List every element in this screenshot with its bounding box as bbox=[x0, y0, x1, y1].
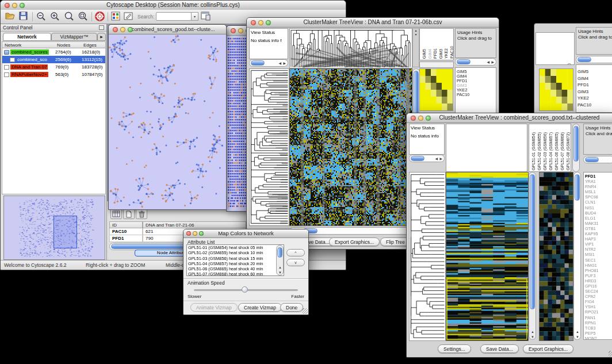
network-table-row[interactable]: DNA and Tran 07769(0)183728(0) bbox=[2, 63, 105, 71]
delete-attribute-button[interactable] bbox=[136, 209, 147, 219]
scrollbar-thumb[interactable] bbox=[575, 174, 580, 201]
gene-label[interactable]: CPA2 bbox=[584, 294, 612, 299]
gene-label[interactable]: PAN1 bbox=[584, 315, 612, 320]
gene-label[interactable]: YSH1 bbox=[584, 304, 612, 309]
scroll-up-icon[interactable]: ▲ bbox=[413, 29, 419, 33]
export-graphics-button[interactable]: Export Graphics... bbox=[329, 237, 380, 246]
create-attribute-button[interactable] bbox=[123, 209, 135, 219]
attribute-item[interactable]: GPL51-02 (GSM855) heat shock 10 min bbox=[187, 250, 284, 255]
attribute-item[interactable]: GPL51-06 (GSM865) heat shock 40 min bbox=[187, 266, 284, 271]
gene-label[interactable]: PUF3 bbox=[584, 273, 612, 278]
network-overview-button[interactable] bbox=[201, 12, 212, 22]
h-scrollbar[interactable]: ◀ ▶ bbox=[455, 58, 496, 66]
dendrogram-scale-strip[interactable]: ▲ ▼ bbox=[412, 28, 419, 67]
search-input[interactable] bbox=[156, 12, 192, 21]
network-window-titlebar[interactable]: combined_scores_good.txt--cluste... bbox=[109, 25, 226, 35]
gene-label[interactable]: MSI1 bbox=[584, 252, 612, 257]
zoom-button[interactable] bbox=[128, 27, 133, 32]
scroll-right-icon[interactable]: ▶ bbox=[283, 61, 286, 66]
gene-label[interactable]: HRD3 bbox=[584, 278, 612, 283]
v-scrollbar[interactable]: ▲ ▼ bbox=[529, 172, 536, 340]
gene-label[interactable]: RPN1 bbox=[584, 320, 612, 325]
close-button[interactable] bbox=[231, 28, 236, 33]
scroll-up-icon[interactable]: ▲ bbox=[576, 330, 579, 334]
network-table-row[interactable]: combined_scores2764(0)16218(0) bbox=[2, 48, 105, 56]
search-dropdown-button[interactable]: ▾ bbox=[191, 12, 198, 21]
minimize-button[interactable] bbox=[258, 20, 263, 25]
gene-label[interactable]: GIM3 bbox=[576, 89, 612, 95]
scroll-down-icon[interactable]: ▼ bbox=[531, 335, 534, 339]
gene-label[interactable]: VIP1 bbox=[584, 242, 612, 247]
h-scrollbar[interactable]: ◀ ▶ bbox=[249, 59, 288, 67]
scrollbar-thumb[interactable] bbox=[457, 59, 471, 64]
gene-label[interactable]: GTB1 bbox=[584, 226, 612, 231]
scroll-left-icon[interactable]: ◀ bbox=[278, 61, 281, 66]
expression-heatmap[interactable] bbox=[289, 68, 412, 226]
gene-label[interactable]: FIG4 bbox=[584, 299, 612, 304]
data-cell[interactable]: PFD1 bbox=[109, 235, 143, 242]
slider-thumb[interactable] bbox=[242, 286, 248, 293]
gene-label[interactable]: TCB3 bbox=[584, 325, 612, 331]
gene-label[interactable]: HAP3 bbox=[584, 236, 612, 242]
zoom-button[interactable] bbox=[426, 116, 431, 121]
network-table-row[interactable]: RNAPuberNov2+563(0)107847(0) bbox=[2, 71, 105, 78]
zoom-button[interactable] bbox=[266, 20, 271, 25]
scroll-up-icon[interactable]: ▲ bbox=[531, 330, 534, 334]
zoom-heatmap[interactable] bbox=[539, 172, 573, 341]
global-heatmap[interactable] bbox=[419, 68, 453, 111]
attribute-item[interactable]: GPL51-01 (GSM854) heat shock 05 min bbox=[187, 245, 284, 250]
scrollbar-thumb[interactable] bbox=[577, 57, 591, 62]
attribute-item[interactable]: GPL51-04 (GSM857) heat shock 20 min bbox=[187, 261, 284, 266]
gene-label[interactable]: MSL1 bbox=[584, 189, 612, 194]
global-heatmap[interactable] bbox=[539, 68, 573, 111]
scrollbar-thumb[interactable] bbox=[573, 126, 579, 162]
data-column-attr[interactable]: DNA and Tran 07-21-06 bbox=[143, 221, 246, 228]
network-table-row[interactable]: combined_sco2569(6)13112(15) bbox=[2, 56, 105, 63]
tab-network[interactable]: Network bbox=[3, 33, 51, 41]
settings-button[interactable]: Settings... bbox=[438, 344, 471, 353]
treeview1-titlebar[interactable]: ClusterMaker TreeView : DNA and Tran 07-… bbox=[247, 18, 499, 28]
annotation-button[interactable] bbox=[124, 12, 135, 22]
help-button[interactable] bbox=[95, 12, 106, 22]
array-labels-scroll-track[interactable] bbox=[419, 62, 454, 68]
network-canvas[interactable] bbox=[109, 35, 225, 209]
gene-label[interactable]: KAP95 bbox=[584, 231, 612, 236]
gene-label[interactable]: BUD4 bbox=[584, 210, 612, 216]
create-vizmap-button[interactable]: Create Vizmap bbox=[238, 303, 282, 312]
scroll-right-icon[interactable]: ▶ bbox=[491, 60, 494, 64]
v-scrollbar[interactable]: ▲ ▼ bbox=[276, 245, 284, 275]
scroll-down-icon[interactable]: ▼ bbox=[413, 33, 419, 37]
minimize-button[interactable] bbox=[193, 231, 197, 236]
minimize-button[interactable] bbox=[12, 3, 17, 8]
scroll-down-icon[interactable]: ▼ bbox=[278, 271, 282, 274]
minimize-button[interactable] bbox=[418, 116, 423, 121]
gene-label[interactable]: PFD1 bbox=[584, 174, 612, 179]
h-scrollbar[interactable]: ◀ ▶ bbox=[409, 155, 445, 162]
open-session-button[interactable] bbox=[5, 12, 17, 22]
gene-label[interactable]: MAK31 bbox=[584, 221, 612, 226]
gene-label[interactable]: PHO81 bbox=[584, 268, 612, 273]
gene-label[interactable]: MON2 bbox=[584, 336, 612, 340]
dialog-titlebar[interactable]: Map Colors to Network bbox=[183, 229, 308, 238]
network-overview-thumbnail[interactable] bbox=[3, 196, 105, 260]
zoom-in-button[interactable] bbox=[50, 12, 62, 22]
gene-label[interactable]: PAC10 bbox=[576, 102, 612, 109]
zoom-button[interactable] bbox=[199, 231, 204, 236]
gene-label[interactable]: YRA1 bbox=[584, 179, 612, 184]
gene-label[interactable]: GIM5 bbox=[576, 68, 612, 75]
gene-label[interactable]: SEC24 bbox=[584, 289, 612, 294]
gene-label[interactable]: RNR4 bbox=[584, 184, 612, 189]
scrollbar-thumb[interactable] bbox=[277, 247, 282, 258]
close-button[interactable] bbox=[186, 231, 191, 236]
resize-grip[interactable] bbox=[609, 351, 612, 357]
done-button[interactable]: Done bbox=[280, 303, 303, 312]
tab-overflow-button[interactable]: ▶ bbox=[97, 33, 106, 41]
close-button[interactable] bbox=[5, 3, 10, 8]
vizmap-shortcut-button[interactable] bbox=[111, 12, 123, 22]
minimize-button[interactable] bbox=[238, 28, 243, 33]
data-cell[interactable]: PAC10 bbox=[109, 228, 143, 235]
gene-label[interactable]: CLN1 bbox=[584, 200, 612, 205]
gene-label[interactable]: PEP5 bbox=[584, 331, 612, 336]
gene-label[interactable]: SPC98 bbox=[584, 194, 612, 200]
attribute-item[interactable]: GPL51-03 (GSM856) heat shock 15 min bbox=[187, 256, 284, 261]
